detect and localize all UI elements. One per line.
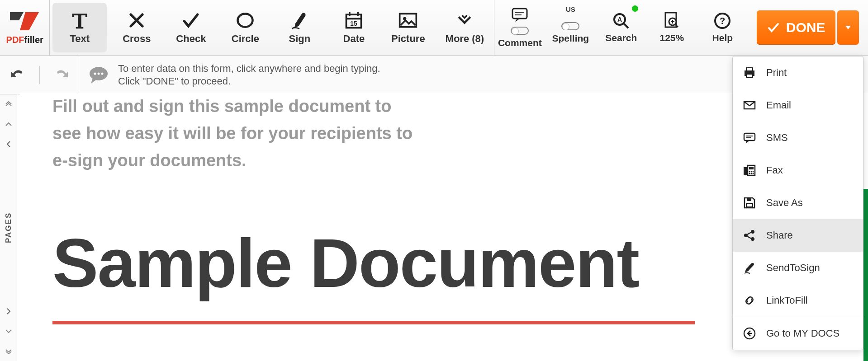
print-icon bbox=[743, 66, 756, 80]
page-first-button[interactable] bbox=[0, 94, 17, 114]
tool-check[interactable]: Check bbox=[164, 0, 218, 55]
pages-label: PAGES bbox=[4, 154, 13, 301]
svg-point-42 bbox=[753, 171, 754, 173]
menu-linktofill-label: LinkToFill bbox=[766, 295, 808, 306]
tool-circle-label: Circle bbox=[232, 33, 259, 45]
svg-line-14 bbox=[624, 23, 628, 28]
svg-point-40 bbox=[749, 171, 750, 173]
tool-text-label: Text bbox=[70, 33, 90, 45]
hint-line1: To enter data on this form, click anywhe… bbox=[118, 62, 380, 75]
page-prev-button[interactable] bbox=[0, 114, 17, 134]
tool-spelling[interactable]: US Spelling bbox=[545, 0, 596, 55]
done-dropdown-toggle[interactable] bbox=[837, 10, 859, 45]
svg-point-28 bbox=[101, 72, 104, 75]
tool-zoom[interactable]: 125% bbox=[646, 0, 697, 55]
svg-marker-23 bbox=[845, 26, 851, 29]
hint-bubble-icon bbox=[88, 65, 109, 85]
svg-point-27 bbox=[98, 72, 100, 75]
menu-sms-label: SMS bbox=[766, 132, 788, 144]
menu-fax[interactable]: Fax bbox=[733, 154, 863, 187]
menu-sms[interactable]: SMS bbox=[733, 122, 863, 154]
tool-cross[interactable]: Cross bbox=[109, 0, 164, 55]
done-check-icon bbox=[767, 21, 780, 34]
tool-sign[interactable]: Sign bbox=[272, 0, 327, 55]
done-cell: DONE bbox=[748, 0, 868, 55]
intro-line2: see how easy it will be for your recipie… bbox=[52, 120, 496, 147]
tool-date[interactable]: 15 Date bbox=[327, 0, 381, 55]
menu-mydocs-label: Go to MY DOCS bbox=[766, 328, 840, 339]
page-forward-button[interactable] bbox=[0, 301, 17, 321]
menu-share-label: Share bbox=[766, 230, 793, 241]
page-last-button[interactable] bbox=[0, 341, 17, 361]
svg-point-44 bbox=[751, 173, 752, 174]
menu-linktofill[interactable]: LinkToFill bbox=[733, 284, 863, 317]
tool-comment-label: Comment bbox=[498, 38, 542, 48]
tool-text[interactable]: Text bbox=[52, 3, 107, 52]
svg-marker-25 bbox=[91, 78, 97, 84]
tool-more-label: More (8) bbox=[446, 33, 484, 45]
tool-search[interactable]: A Search bbox=[596, 0, 646, 55]
pdffiller-logo-icon bbox=[9, 10, 41, 33]
svg-marker-34 bbox=[746, 141, 749, 143]
svg-text:A: A bbox=[617, 16, 622, 23]
save-icon bbox=[743, 196, 756, 210]
menu-mydocs[interactable]: Go to MY DOCS bbox=[733, 317, 863, 350]
app-logo[interactable]: PDFfiller bbox=[0, 0, 50, 55]
redo-icon[interactable] bbox=[53, 67, 69, 83]
menu-email-label: Email bbox=[766, 99, 791, 111]
tool-help[interactable]: ? Help bbox=[697, 0, 748, 55]
date-icon: 15 bbox=[344, 10, 364, 30]
caret-down-icon bbox=[844, 24, 852, 31]
comment-toggle[interactable] bbox=[511, 27, 529, 35]
menu-save-as[interactable]: Save As bbox=[733, 187, 863, 219]
tool-spelling-label: Spelling bbox=[552, 33, 589, 44]
tool-more[interactable]: More (8) bbox=[435, 0, 494, 55]
page-navigator: PAGES bbox=[0, 94, 17, 361]
page-back-button[interactable] bbox=[0, 134, 17, 154]
svg-point-41 bbox=[751, 171, 752, 173]
undo-icon[interactable] bbox=[10, 67, 26, 83]
zoom-icon bbox=[663, 12, 681, 30]
svg-rect-46 bbox=[747, 198, 751, 201]
edit-tools-group: Text Cross Check Circle Sign 15 Date Pic… bbox=[50, 0, 494, 55]
svg-line-51 bbox=[747, 232, 751, 234]
menu-sendtosign[interactable]: SendToSign bbox=[733, 252, 863, 284]
check-icon bbox=[181, 10, 201, 30]
tool-comment[interactable]: Comment bbox=[494, 0, 545, 55]
back-circle-icon bbox=[743, 327, 756, 340]
intro-line3: e-sign your documents. bbox=[52, 147, 496, 174]
undo-redo-group bbox=[0, 56, 79, 94]
intro-line1: Fill out and sign this sample document t… bbox=[52, 93, 496, 120]
menu-print[interactable]: Print bbox=[733, 56, 863, 89]
svg-point-26 bbox=[94, 72, 96, 75]
utility-tools-group: Comment US Spelling A Search 125% ? Help bbox=[494, 0, 748, 55]
sms-icon bbox=[743, 131, 756, 145]
tool-check-label: Check bbox=[176, 33, 206, 45]
svg-rect-30 bbox=[746, 68, 753, 71]
spelling-toggle[interactable] bbox=[561, 22, 579, 30]
document-intro: Fill out and sign this sample document t… bbox=[52, 93, 496, 174]
document-divider bbox=[52, 321, 695, 324]
tool-cross-label: Cross bbox=[123, 33, 151, 45]
svg-point-50 bbox=[751, 237, 754, 241]
svg-text:?: ? bbox=[720, 16, 725, 26]
tool-picture[interactable]: Picture bbox=[381, 0, 435, 55]
menu-email[interactable]: Email bbox=[733, 89, 863, 122]
page-next-button[interactable] bbox=[0, 321, 17, 341]
cross-icon bbox=[127, 10, 147, 30]
separator bbox=[39, 66, 40, 84]
tool-sign-label: Sign bbox=[289, 33, 311, 45]
comment-icon bbox=[511, 7, 529, 25]
svg-rect-33 bbox=[744, 133, 755, 141]
svg-point-49 bbox=[751, 230, 754, 234]
menu-save-as-label: Save As bbox=[766, 197, 803, 209]
menu-share[interactable]: Share bbox=[733, 219, 863, 252]
share-icon bbox=[743, 229, 756, 242]
top-toolbar: PDFfiller Text Cross Check Circle Sign 1… bbox=[0, 0, 868, 56]
tool-picture-label: Picture bbox=[391, 33, 425, 45]
svg-rect-39 bbox=[749, 167, 754, 169]
tool-circle[interactable]: Circle bbox=[218, 0, 272, 55]
side-strip-green bbox=[863, 189, 868, 361]
svg-point-43 bbox=[749, 173, 750, 174]
done-button[interactable]: DONE bbox=[757, 10, 835, 45]
